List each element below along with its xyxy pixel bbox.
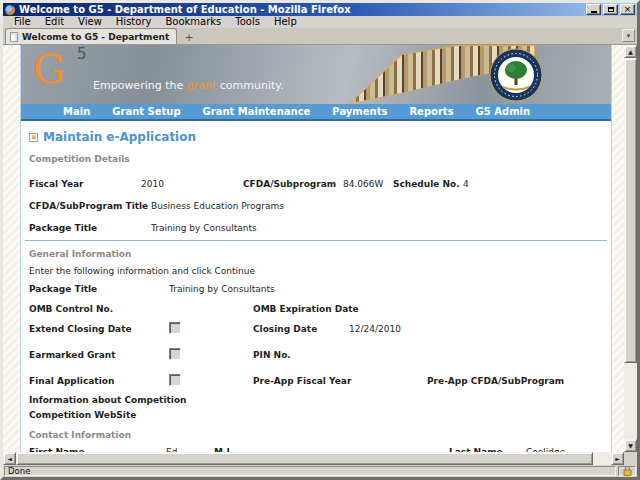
menu-tools[interactable]: Tools	[228, 16, 267, 28]
preapp-cfda-label: Pre-App CFDA/SubProgram	[427, 376, 564, 386]
g5-logo: G	[33, 47, 65, 91]
menu-help[interactable]: Help	[267, 16, 304, 28]
fiscal-year-value: 2010	[141, 179, 164, 189]
restore-icon	[608, 7, 614, 12]
omb-control-label: OMB Control No.	[29, 304, 113, 314]
status-text: Done	[4, 466, 616, 476]
competition-website-label: Competition WebSite	[29, 410, 136, 420]
page-icon	[10, 32, 18, 42]
menu-history[interactable]: History	[109, 16, 159, 28]
close-button[interactable]: ×	[620, 4, 635, 15]
scroll-right-button[interactable]: ►	[611, 452, 624, 465]
cfda-title-value: Business Education Programs	[151, 201, 284, 211]
page-title-text: Maintain e-Application	[43, 130, 196, 144]
general-package-title-value: Training by Consultants	[169, 284, 275, 294]
scroll-left-button[interactable]: ◄	[3, 452, 16, 465]
nav-g5-admin[interactable]: G5 Admin	[476, 106, 531, 117]
menu-bookmarks[interactable]: Bookmarks	[158, 16, 228, 28]
closing-date-value: 12/24/2010	[349, 324, 401, 334]
extend-closing-checkbox[interactable]	[169, 322, 181, 334]
menu-file[interactable]: File	[7, 16, 38, 28]
page-background: G 5 Empowering the grant community.	[3, 45, 624, 452]
vertical-scroll-thumb[interactable]	[624, 58, 637, 363]
nav-grant-setup[interactable]: Grant Setup	[112, 106, 180, 117]
tagline-prefix: Empowering the	[93, 79, 187, 92]
restore-button[interactable]	[603, 4, 618, 15]
tagline-suffix: community.	[216, 79, 283, 92]
menu-view[interactable]: View	[71, 16, 109, 28]
tab-welcome-g5[interactable]: Welcome to G5 - Department of Edu...	[5, 28, 177, 44]
cfda-subprogram-value: 84.066W	[343, 179, 383, 189]
cfda-subprogram-label: CFDA/Subprogram	[243, 179, 336, 189]
schedule-no-label: Schedule No.	[393, 179, 460, 189]
main-nav: Main Grant Setup Grant Maintenance Payme…	[21, 104, 611, 121]
omb-expiration-label: OMB Expiration Date	[253, 304, 359, 314]
horizontal-scroll-thumb[interactable]	[16, 452, 593, 465]
lock-icon	[623, 466, 632, 476]
security-panel[interactable]	[618, 466, 636, 476]
preapp-fiscal-year-label: Pre-App Fiscal Year	[253, 376, 351, 386]
fiscal-year-label: Fiscal Year	[29, 179, 84, 189]
scrollbar-corner	[624, 452, 637, 465]
page-content-column: G 5 Empowering the grant community.	[20, 45, 612, 452]
minimize-icon	[591, 11, 597, 13]
g5-banner: G 5 Empowering the grant community.	[21, 45, 611, 104]
department-of-education-seal	[489, 48, 543, 102]
banner-tagline: Empowering the grant community.	[93, 79, 284, 92]
menu-bar: File Edit View History Bookmarks Tools H…	[3, 16, 637, 28]
earmarked-grant-checkbox[interactable]	[169, 348, 181, 360]
page-title: Maintain e-Application	[29, 130, 196, 144]
firefox-window: Welcome to G5 - Department of Education …	[0, 0, 640, 480]
new-tab-button[interactable]: +	[179, 30, 199, 44]
status-bar: Done	[3, 465, 637, 477]
cfda-title-label: CFDA/SubProgram Title	[29, 201, 148, 211]
contact-information-heading: Contact Information	[29, 430, 131, 440]
instruction-text: Enter the following information and clic…	[29, 266, 255, 276]
form-icon	[29, 133, 38, 142]
tab-title: Welcome to G5 - Department of Edu...	[22, 32, 172, 42]
section-divider	[25, 240, 607, 241]
info-about-competition-label: Information about Competition	[29, 395, 186, 405]
vertical-scrollbar[interactable]: ▲ ▼	[624, 45, 637, 452]
form-content: Maintain e-Application Competition Detai…	[21, 121, 611, 452]
package-title-value: Training by Consultants	[151, 223, 257, 233]
minimize-button[interactable]	[586, 4, 601, 15]
earmarked-grant-label: Earmarked Grant	[29, 350, 116, 360]
pin-no-label: PIN No.	[253, 350, 291, 360]
g5-logo-5: 5	[77, 45, 87, 63]
title-bar[interactable]: Welcome to G5 - Department of Education …	[3, 3, 637, 16]
scroll-up-button[interactable]: ▲	[624, 45, 637, 58]
nav-main[interactable]: Main	[63, 106, 90, 117]
tab-bar: Welcome to G5 - Department of Edu... + ▾	[3, 28, 637, 45]
menu-edit[interactable]: Edit	[38, 16, 71, 28]
general-package-title-label: Package Title	[29, 284, 97, 294]
package-title-label: Package Title	[29, 223, 97, 233]
window-title: Welcome to G5 - Department of Education …	[19, 3, 586, 16]
nav-reports[interactable]: Reports	[409, 106, 453, 117]
general-information-heading: General Information	[29, 249, 131, 259]
browser-viewport: G 5 Empowering the grant community.	[3, 45, 637, 465]
nav-payments[interactable]: Payments	[332, 106, 387, 117]
closing-date-label: Closing Date	[253, 324, 317, 334]
horizontal-scrollbar[interactable]: ◄ ►	[3, 452, 624, 465]
final-application-checkbox[interactable]	[169, 374, 181, 386]
final-application-label: Final Application	[29, 376, 114, 386]
list-all-tabs-button[interactable]: ▾	[622, 29, 635, 42]
tagline-accent: grant	[187, 79, 217, 92]
extend-closing-label: Extend Closing Date	[29, 324, 132, 334]
scroll-down-button[interactable]: ▼	[624, 439, 637, 452]
schedule-no-value: 4	[463, 179, 469, 189]
competition-details-heading: Competition Details	[29, 154, 130, 164]
nav-grant-maintenance[interactable]: Grant Maintenance	[203, 106, 311, 117]
firefox-icon	[5, 5, 15, 15]
